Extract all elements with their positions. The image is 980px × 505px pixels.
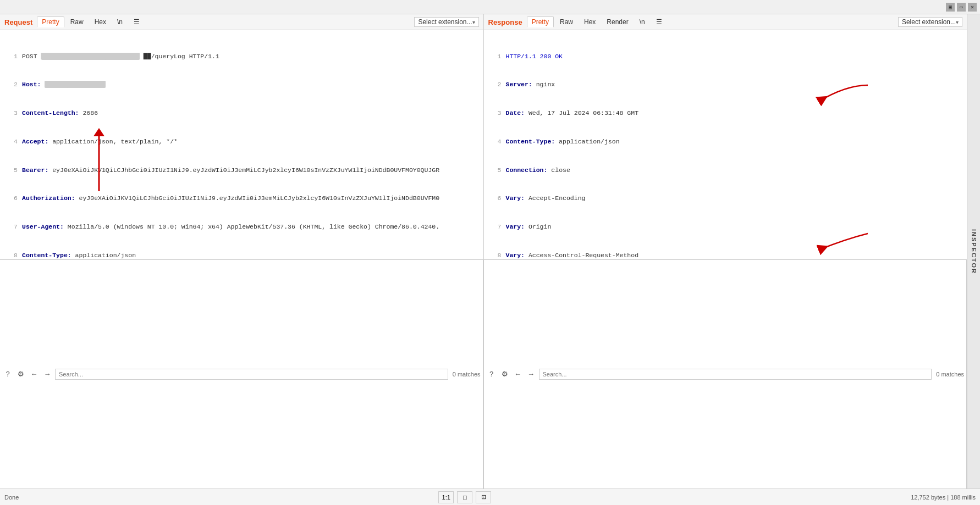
response-code: 1HTTP/1.1 200 OK 2Server: nginx 3Date: W… [484, 30, 967, 259]
line-item: 7User-Agent: Mozilla/5.0 (Windows NT 10.… [4, 222, 479, 231]
bottom-status-bar: Done 1:1 □ ⊡ 12,752 bytes | 188 millis [0, 489, 980, 505]
response-tabs: Pretty Raw Hex Render \n ☰ [527, 16, 667, 27]
line-item: 6Authorization: eyJ0eXAiOiJKV1QiLCJhbGci… [4, 193, 479, 203]
request-help-btn[interactable]: ? [2, 369, 13, 380]
tab-response-menu[interactable]: ☰ [651, 16, 667, 27]
response-panel: Response Pretty Raw Hex Render \n ☰ Sele… [484, 14, 967, 489]
response-forward-btn[interactable]: → [526, 369, 537, 380]
tab-response-render[interactable]: Render [602, 16, 633, 27]
zoom-fit-btn[interactable]: □ [457, 491, 472, 503]
response-content: 1HTTP/1.1 200 OK 2Server: nginx 3Date: W… [484, 30, 967, 259]
tab-response-newline[interactable]: \n [635, 16, 650, 27]
request-title: Request [4, 18, 32, 26]
tab-response-raw[interactable]: Raw [555, 16, 578, 27]
tab-request-hex[interactable]: Hex [90, 16, 111, 27]
zoom-fill-btn[interactable]: ⊡ [476, 491, 491, 503]
line-item: 5Bearer: eyJ0eXAiOiJKV1QiLCJhbGci0iJIUzI… [4, 165, 479, 175]
layout-icon-2[interactable]: ▭ [957, 3, 966, 12]
response-help-btn[interactable]: ? [486, 369, 497, 380]
line-item: 8Content-Type: application/json [4, 251, 479, 259]
request-forward-btn[interactable]: → [42, 369, 53, 380]
response-back-btn[interactable]: ← [513, 369, 524, 380]
tab-request-menu[interactable]: ☰ [129, 16, 145, 27]
request-extension-select[interactable]: Select extension... [414, 17, 478, 27]
line-item: 2Host: ████████████████ [4, 80, 479, 89]
tab-response-pretty[interactable]: Pretty [527, 16, 554, 27]
line-item: 1POST ██████████████████████████ ██/quer… [4, 52, 479, 61]
response-settings-btn[interactable]: ⚙ [499, 369, 510, 380]
request-tabs: Pretty Raw Hex \n ☰ [37, 16, 145, 27]
response-matches-count: 0 matches [936, 371, 964, 378]
line-item: 4Accept: application/json, text/plain, *… [4, 137, 479, 146]
zoom-1-1-btn[interactable]: 1:1 [438, 491, 454, 503]
status-size: 12,752 bytes | 188 millis [911, 494, 976, 501]
line-item: 3Content-Length: 2686 [4, 108, 479, 118]
request-back-btn[interactable]: ← [29, 369, 40, 380]
request-matches-count: 0 matches [453, 371, 481, 378]
inspector-sidebar: INSPECTOR [967, 14, 980, 489]
top-toolbar: ▣ ▭ ✕ [0, 0, 980, 14]
layout-icon-3[interactable]: ✕ [968, 3, 977, 12]
tab-response-hex[interactable]: Hex [579, 16, 601, 27]
response-extension-select[interactable]: Select extension... [898, 17, 962, 27]
tab-request-pretty[interactable]: Pretty [37, 16, 64, 27]
layout-icon-1[interactable]: ▣ [946, 3, 955, 12]
response-title: Response [488, 18, 522, 26]
tab-request-raw[interactable]: Raw [65, 16, 89, 27]
tab-request-newline[interactable]: \n [112, 16, 128, 27]
request-code: 1POST ██████████████████████████ ██/quer… [0, 30, 483, 259]
response-search-input[interactable] [539, 369, 932, 380]
response-header: Response Pretty Raw Hex Render \n ☰ Sele… [484, 14, 967, 30]
request-search-bar: ? ⚙ ← → 0 matches [0, 259, 483, 489]
response-search-bar: ? ⚙ ← → 0 matches [484, 259, 967, 489]
request-search-input[interactable] [55, 369, 448, 380]
status-done: Done [4, 494, 19, 501]
request-content: 1POST ██████████████████████████ ██/quer… [0, 30, 483, 259]
request-settings-btn[interactable]: ⚙ [15, 369, 26, 380]
request-header: Request Pretty Raw Hex \n ☰ Select exten… [0, 14, 483, 30]
request-panel: Request Pretty Raw Hex \n ☰ Select exten… [0, 14, 484, 489]
center-tools: 1:1 □ ⊡ [19, 491, 911, 503]
